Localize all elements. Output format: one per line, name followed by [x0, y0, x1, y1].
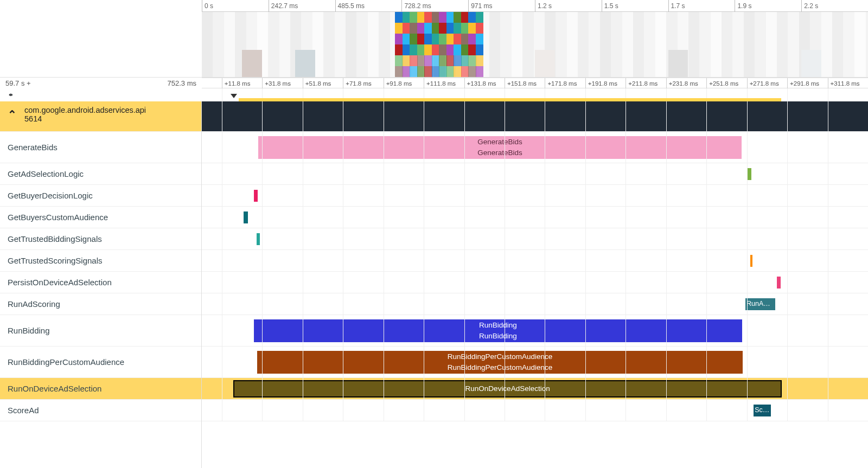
- track-label-scoread[interactable]: ScoreAd: [0, 400, 201, 421]
- track-generatebids[interactable]: GenerateBids GenerateBids: [202, 132, 868, 163]
- overview-minimap[interactable]: 0 s242.7 ms485.5 ms728.2 ms971 ms1.2 s1.…: [0, 0, 868, 78]
- track-label-gettrustedscoringsignals[interactable]: GetTrustedScoringSignals: [0, 250, 201, 272]
- track-process-header[interactable]: [202, 101, 868, 132]
- track-label-persistondeviceadselection[interactable]: PersistOnDeviceAdSelection: [0, 272, 201, 293]
- track-label-runadscoring[interactable]: RunAdScoring: [0, 293, 201, 315]
- track-getadselectionlogic[interactable]: [202, 163, 868, 185]
- slice-getbuyerscustomaudience[interactable]: [244, 211, 247, 223]
- track-gettrustedscoringsignals[interactable]: [202, 250, 868, 272]
- overview-tick: 0 s: [202, 0, 213, 12]
- process-pid: 5614: [24, 114, 146, 123]
- ruler-tick: +271.8 ms: [747, 78, 779, 89]
- slice-runbidding[interactable]: RunBidding RunBidding: [254, 319, 742, 342]
- slice-runondeviceadselection[interactable]: RunOnDeviceAdSelection: [234, 381, 781, 397]
- visible-start-time: 59.7 s +: [5, 79, 31, 87]
- track-label-getbuyerscustomaudience[interactable]: GetBuyersCustomAudience: [0, 207, 201, 228]
- slice-gettrustedscoringsignals[interactable]: [750, 255, 752, 267]
- process-name: com.google.android.adservices.api: [24, 106, 146, 114]
- chevron-up-icon: ⌃: [8, 108, 17, 121]
- slice-getbuyerdecisionlogic[interactable]: [254, 190, 258, 202]
- overview-tick: 1.5 s: [602, 0, 618, 12]
- slice-persistondeviceadselection[interactable]: [777, 277, 781, 289]
- overview-tick: 242.7 ms: [269, 0, 298, 12]
- slice-runbiddingpercustomaudience[interactable]: RunBiddingPerCustomAudience RunBiddingPe…: [257, 351, 743, 374]
- visible-end-time: 752.3 ms: [168, 79, 196, 87]
- ruler-tick: +251.8 ms: [706, 78, 738, 89]
- overview-tick: 1.7 s: [668, 0, 685, 12]
- ruler-tick: +11.8 ms: [222, 78, 251, 89]
- track-scoread[interactable]: Sc…: [202, 400, 868, 421]
- track-label-gettrustedbiddingsignals[interactable]: GetTrustedBiddingSignals: [0, 228, 201, 250]
- chevron-up-icon: ⌃: [8, 94, 14, 99]
- track-runondeviceadselection[interactable]: RunOnDeviceAdSelection: [202, 378, 868, 400]
- overview-tick: 485.5 ms: [335, 0, 365, 12]
- track-label-runbidding[interactable]: RunBidding: [0, 315, 201, 347]
- track-label-runbiddingpercustomaudience[interactable]: RunBiddingPerCustomAudience: [0, 347, 201, 378]
- slice-runadscoring[interactable]: RunA…: [745, 298, 775, 310]
- slice-getadselectionlogic[interactable]: [747, 168, 752, 180]
- track-runadscoring[interactable]: RunA…: [202, 293, 868, 315]
- ruler-tick: +311.8 ms: [828, 78, 860, 89]
- overview-tick: 2.2 s: [801, 0, 818, 12]
- collapse-toggle[interactable]: ⌄ ⌃: [0, 88, 202, 101]
- process-header[interactable]: ⌃ com.google.android.adservices.api 5614: [0, 101, 201, 132]
- track-persistondeviceadselection[interactable]: [202, 272, 868, 293]
- time-marker-icon[interactable]: [231, 94, 237, 98]
- track-label-generatebids[interactable]: GenerateBids: [0, 132, 201, 163]
- overview-tick: 728.2 ms: [401, 0, 431, 12]
- track-gettrustedbiddingsignals[interactable]: [202, 228, 868, 250]
- track-label-runondeviceadselection[interactable]: RunOnDeviceAdSelection: [0, 378, 201, 400]
- track-label-getadselectionlogic[interactable]: GetAdSelectionLogic: [0, 163, 201, 185]
- track-getbuyerscustomaudience[interactable]: [202, 207, 868, 228]
- ruler-tick: +151.8 ms: [505, 78, 537, 89]
- track-runbiddingpercustomaudience[interactable]: RunBiddingPerCustomAudience RunBiddingPe…: [202, 347, 868, 378]
- ruler-tick: +291.8 ms: [787, 78, 819, 89]
- ruler-tick: +51.8 ms: [303, 78, 331, 89]
- slice-gettrustedbiddingsignals[interactable]: [257, 233, 260, 245]
- ruler-tick: +171.8 ms: [545, 78, 577, 89]
- track-getbuyerdecisionlogic[interactable]: [202, 185, 868, 207]
- ruler-tick: +71.8 ms: [343, 78, 372, 89]
- ruler-tick: +191.8 ms: [585, 78, 617, 89]
- ruler-tick: +131.8 ms: [464, 78, 496, 89]
- ruler-tick: +111.8 ms: [424, 78, 456, 89]
- slice-generatebids[interactable]: GenerateBids GenerateBids: [258, 136, 741, 159]
- overview-tick: 1.9 s: [735, 0, 751, 12]
- track-runbidding[interactable]: RunBidding RunBidding: [202, 315, 868, 347]
- ruler-tick: +211.8 ms: [626, 78, 658, 89]
- overview-ruler[interactable]: 0 s242.7 ms485.5 ms728.2 ms971 ms1.2 s1.…: [202, 0, 868, 12]
- overview-pixmap[interactable]: [202, 12, 868, 77]
- track-label-getbuyerdecisionlogic[interactable]: GetBuyerDecisionLogic: [0, 185, 201, 207]
- overview-tick: 971 ms: [468, 0, 492, 12]
- ruler-tick: +31.8 ms: [262, 78, 291, 89]
- ruler-tick: +231.8 ms: [666, 78, 698, 89]
- overview-tick: 1.2 s: [535, 0, 552, 12]
- detail-ruler[interactable]: 59.7 s + 752.3 ms +11.8 ms+31.8 ms+51.8 …: [0, 78, 868, 88]
- slice-scoread[interactable]: Sc…: [754, 405, 771, 416]
- ruler-tick: +91.8 ms: [384, 78, 412, 89]
